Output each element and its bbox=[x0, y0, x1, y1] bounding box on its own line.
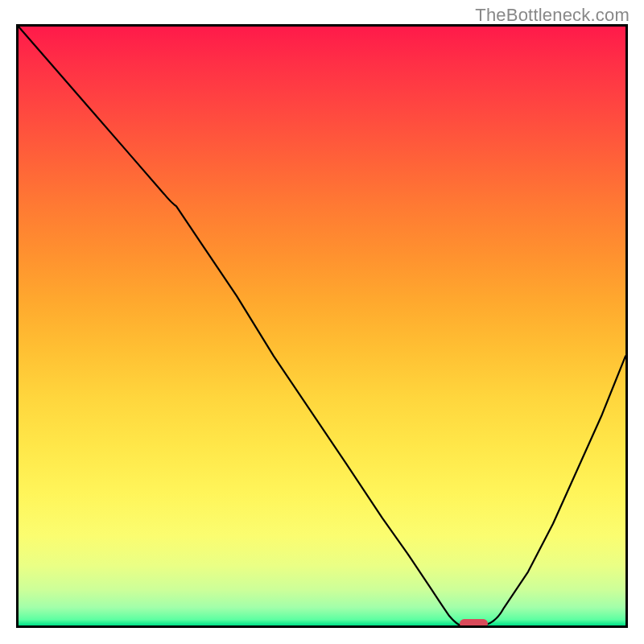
plot-area bbox=[16, 24, 628, 628]
bottleneck-curve bbox=[19, 27, 625, 625]
optimal-marker bbox=[460, 619, 488, 625]
chart-svg bbox=[19, 27, 625, 625]
watermark-text: TheBottleneck.com bbox=[475, 5, 630, 26]
